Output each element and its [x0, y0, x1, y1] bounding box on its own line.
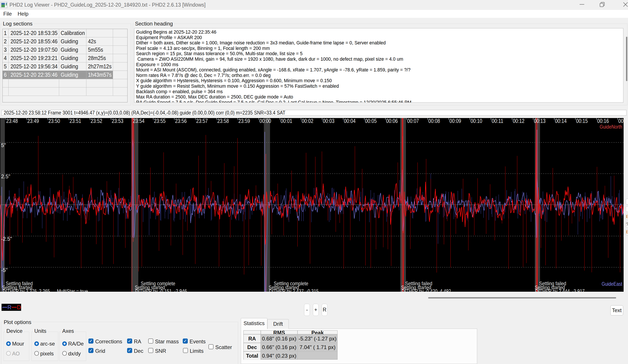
svg-text:00:16: 00:16 — [597, 118, 609, 124]
svg-text:23:48: 23:48 — [6, 118, 18, 124]
svg-text:-2.5": -2.5" — [1, 236, 12, 242]
svg-text:23:57: 23:57 — [196, 118, 208, 124]
svg-text:-5": -5" — [1, 267, 8, 273]
svg-text:MultiStar = true: MultiStar = true — [57, 288, 88, 292]
svg-text:DITHER by -0.420, 4.492: DITHER by -0.420, 4.492 — [401, 288, 451, 292]
svg-text:00:08: 00:08 — [428, 118, 440, 124]
svg-text:23:53: 23:53 — [112, 118, 123, 124]
svg-text:00:05: 00:05 — [365, 118, 377, 124]
svg-text:GuideNorth: GuideNorth — [600, 124, 622, 130]
svg-text:23:56: 23:56 — [175, 118, 187, 124]
svg-text:23:50: 23:50 — [48, 118, 60, 124]
svg-text:00:10: 00:10 — [471, 118, 482, 124]
svg-text:00:17: 00:17 — [618, 118, 624, 124]
svg-text:DITHER by 3.376, 2.265: DITHER by 3.376, 2.265 — [3, 288, 50, 292]
svg-text:23:49: 23:49 — [27, 118, 39, 124]
svg-text:00:09: 00:09 — [450, 118, 461, 124]
svg-text:23:52: 23:52 — [91, 118, 102, 124]
svg-text:00:11: 00:11 — [492, 118, 503, 124]
svg-text:GuideEast: GuideEast — [602, 281, 622, 287]
svg-text:2.5": 2.5" — [1, 173, 10, 179]
svg-text:DITHER by 2.437, -0.315: DITHER by 2.437, -0.315 — [269, 288, 319, 292]
svg-text:23:54: 23:54 — [133, 118, 145, 124]
svg-text:5": 5" — [1, 142, 6, 148]
svg-text:00:13: 00:13 — [534, 118, 546, 124]
svg-text:23:55: 23:55 — [154, 118, 165, 124]
svg-text:23:58: 23:58 — [217, 118, 229, 124]
svg-text:00:03: 00:03 — [323, 118, 334, 124]
svg-text:00:04: 00:04 — [344, 118, 356, 124]
svg-text:R: R — [7, 304, 11, 310]
svg-text:DITHER by 2.444, -3.917: DITHER by 2.444, -3.917 — [535, 288, 585, 292]
svg-text:00:06: 00:06 — [386, 118, 398, 124]
svg-text:DITHER by -0.151, -2.946: DITHER by -0.151, -2.946 — [135, 288, 187, 292]
svg-text:00:14: 00:14 — [555, 118, 567, 124]
svg-text:00:00: 00:00 — [259, 118, 271, 124]
svg-text:00:02: 00:02 — [302, 118, 313, 124]
svg-text:D: D — [17, 304, 21, 310]
svg-text:00:12: 00:12 — [513, 118, 524, 124]
svg-text:00:01: 00:01 — [281, 118, 292, 124]
svg-text:23:51: 23:51 — [70, 118, 81, 124]
svg-text:00:15: 00:15 — [576, 118, 588, 124]
svg-text:00:07: 00:07 — [407, 118, 419, 124]
svg-text:23:59: 23:59 — [238, 118, 250, 124]
